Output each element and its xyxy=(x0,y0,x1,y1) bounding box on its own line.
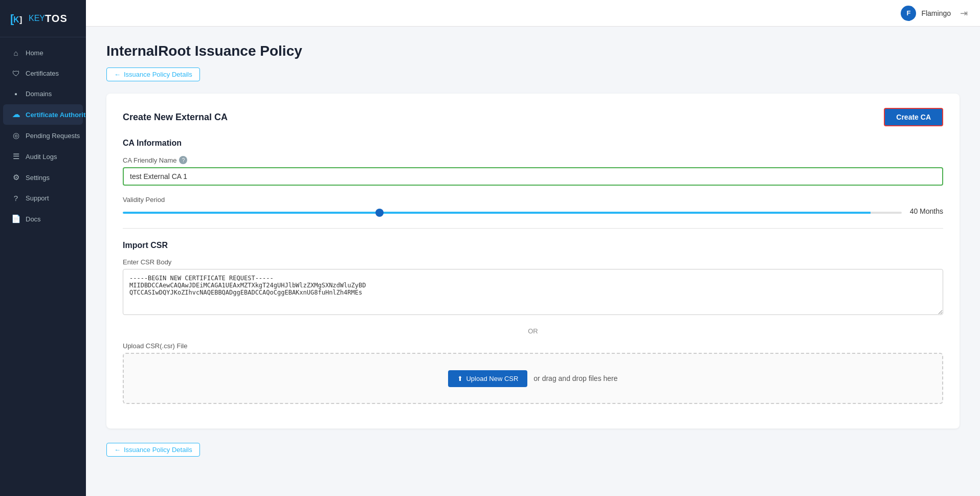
user-avatar: F xyxy=(901,6,916,21)
sidebar: [ K ] KEYTOS ⌂ Home 🛡 Certificates ▪ Dom… xyxy=(0,0,86,496)
upload-csr-group: Upload CSR(.csr) File ⬆ Upload New CSR o… xyxy=(123,342,943,404)
main-area: F Flamingo ⇥ InternalRoot Issuance Polic… xyxy=(86,0,980,496)
card-header-row: Create New External CA Create CA xyxy=(123,108,943,126)
sidebar-item-ca-label: Certificate Authorities xyxy=(26,111,95,119)
sidebar-item-home[interactable]: ⌂ Home xyxy=(3,43,83,63)
sidebar-item-domains-label: Domains xyxy=(26,90,52,98)
cloud-icon: ☁ xyxy=(11,110,20,119)
section-divider xyxy=(123,228,943,229)
sidebar-logo: [ K ] KEYTOS xyxy=(0,0,86,37)
back-btn-label-top: Issuance Policy Details xyxy=(124,71,192,78)
validity-period-value: 40 Months xyxy=(910,207,943,215)
csr-body-textarea[interactable]: -----BEGIN NEW CERTIFICATE REQUEST----- … xyxy=(123,269,943,315)
content-area: InternalRoot Issuance Policy ← Issuance … xyxy=(86,27,980,496)
home-icon: ⌂ xyxy=(11,49,20,57)
back-arrow-icon: ← xyxy=(114,71,121,78)
sidebar-nav: ⌂ Home 🛡 Certificates ▪ Domains ☁ Certif… xyxy=(0,37,86,496)
sidebar-item-certificates[interactable]: 🛡 Certificates xyxy=(3,63,83,83)
sidebar-item-docs[interactable]: 📄 Docs xyxy=(3,209,83,229)
upload-icon: ⬆ xyxy=(457,375,463,382)
sidebar-item-home-label: Home xyxy=(26,49,43,57)
upload-drop-area[interactable]: ⬆ Upload New CSR or drag and drop files … xyxy=(123,353,943,404)
settings-icon: ⚙ xyxy=(11,173,20,182)
import-csr-section: Import CSR Enter CSR Body -----BEGIN NEW… xyxy=(123,241,943,404)
back-btn-label-bottom: Issuance Policy Details xyxy=(124,446,192,454)
pending-icon: ◎ xyxy=(11,131,20,140)
validity-period-slider-row: 40 Months xyxy=(123,207,943,216)
back-to-issuance-policy-top[interactable]: ← Issuance Policy Details xyxy=(106,67,200,81)
certificates-icon: 🛡 xyxy=(11,69,20,78)
logout-button[interactable]: ⇥ xyxy=(960,8,968,19)
sidebar-item-support[interactable]: ? Support xyxy=(3,188,83,208)
svg-text:]: ] xyxy=(19,15,22,24)
sidebar-item-audit-label: Audit Logs xyxy=(26,153,57,161)
support-icon: ? xyxy=(11,194,20,202)
ca-friendly-name-input[interactable] xyxy=(123,167,943,186)
validity-period-slider[interactable] xyxy=(123,212,902,214)
drag-drop-text: or drag and drop files here xyxy=(533,374,617,382)
page-title: InternalRoot Issuance Policy xyxy=(106,43,960,59)
svg-text:K: K xyxy=(13,15,19,24)
sidebar-item-certificate-authorities[interactable]: ☁ Certificate Authorities xyxy=(3,104,83,125)
or-divider: OR xyxy=(123,327,943,335)
ca-friendly-name-label: CA Friendly Name ? xyxy=(123,156,943,164)
csr-body-label: Enter CSR Body xyxy=(123,258,943,266)
back-to-issuance-policy-bottom[interactable]: ← Issuance Policy Details xyxy=(106,443,200,457)
upload-btn-label: Upload New CSR xyxy=(466,375,518,382)
sidebar-item-settings-label: Settings xyxy=(26,174,50,182)
ca-info-section: CA Information CA Friendly Name ? Validi… xyxy=(123,139,943,216)
import-csr-section-title: Import CSR xyxy=(123,241,943,250)
csr-body-group: Enter CSR Body -----BEGIN NEW CERTIFICAT… xyxy=(123,258,943,317)
docs-icon: 📄 xyxy=(11,214,20,223)
validity-period-label: Validity Period xyxy=(123,196,943,204)
audit-icon: ☰ xyxy=(11,152,20,161)
card-title: Create New External CA xyxy=(123,112,228,123)
sidebar-item-settings[interactable]: ⚙ Settings xyxy=(3,167,83,188)
create-external-ca-card: Create New External CA Create CA CA Info… xyxy=(106,94,960,429)
ca-friendly-name-group: CA Friendly Name ? xyxy=(123,156,943,186)
ca-info-section-title: CA Information xyxy=(123,139,943,148)
sidebar-item-audit-logs[interactable]: ☰ Audit Logs xyxy=(3,146,83,167)
sidebar-item-certificates-label: Certificates xyxy=(26,70,59,77)
user-name: Flamingo xyxy=(921,9,951,17)
sidebar-item-support-label: Support xyxy=(26,194,49,202)
logo-tos-text: TOS xyxy=(45,13,68,25)
logo-key-text: KEY xyxy=(29,14,45,23)
back-arrow-icon-bottom: ← xyxy=(114,446,121,454)
sidebar-item-pending-requests[interactable]: ◎ Pending Requests xyxy=(3,125,83,146)
validity-period-slider-container xyxy=(123,207,902,216)
sidebar-item-pending-label: Pending Requests xyxy=(26,132,80,140)
upload-new-csr-button[interactable]: ⬆ Upload New CSR xyxy=(448,370,527,387)
header: F Flamingo ⇥ xyxy=(86,0,980,27)
ca-friendly-name-help-icon[interactable]: ? xyxy=(179,156,187,164)
sidebar-item-domains[interactable]: ▪ Domains xyxy=(3,84,83,104)
header-user: F Flamingo ⇥ xyxy=(901,6,968,21)
domains-icon: ▪ xyxy=(11,89,20,98)
create-ca-button[interactable]: Create CA xyxy=(884,108,943,126)
sidebar-item-docs-label: Docs xyxy=(26,215,41,223)
validity-period-group: Validity Period 40 Months xyxy=(123,196,943,216)
upload-csr-label: Upload CSR(.csr) File xyxy=(123,342,943,350)
